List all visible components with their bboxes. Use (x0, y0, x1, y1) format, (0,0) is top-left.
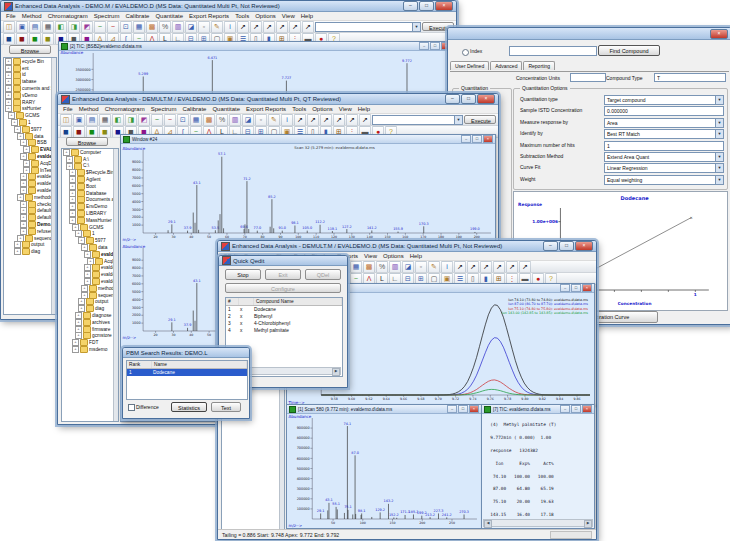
menu-item-spectrum[interactable]: Spectrum (148, 106, 180, 112)
custom-report-icon[interactable]: ▫ (415, 261, 427, 273)
chevron-down-icon[interactable]: ▼ (715, 130, 723, 138)
difference-checkbox[interactable] (128, 404, 135, 411)
maximize-icon[interactable]: □ (559, 241, 574, 251)
minimize-icon[interactable]: – (447, 405, 457, 413)
run-macro-4-icon[interactable]: ↗ (493, 261, 505, 273)
run-macro-2-icon[interactable]: ↗ (250, 21, 262, 33)
run-macro-5-icon[interactable]: ↗ (506, 261, 518, 273)
minimize-icon[interactable]: – (445, 94, 460, 104)
percent-report-icon[interactable]: % (376, 261, 388, 273)
field-input[interactable]: 1 (604, 141, 724, 151)
tree-item[interactable]: +FDT (62, 339, 118, 346)
run-macro-3-icon[interactable]: ↗ (320, 114, 332, 126)
tree-item[interactable]: +BSB (4, 140, 56, 147)
menu-item-view[interactable]: View (336, 106, 355, 112)
run-macro-3-icon[interactable]: ↗ (263, 21, 275, 33)
menu-item-view[interactable]: View (279, 13, 298, 19)
open-data-icon[interactable]: ◫ (60, 114, 72, 126)
tab-advanced[interactable]: Advanced (490, 61, 522, 70)
minimize-icon[interactable]: – (543, 241, 558, 251)
close-icon[interactable]: × (435, 1, 453, 11)
chevron-down-icon[interactable]: ▼ (715, 176, 723, 184)
tree-item[interactable]: +msdemo (62, 346, 118, 353)
child-titlebar[interactable]: [1] Scan 580 (9.772 min): evaldemo.d\dat… (287, 405, 481, 414)
run-macro-2-icon[interactable]: ↗ (307, 114, 319, 126)
compound-type-input[interactable] (654, 73, 726, 82)
close-icon[interactable]: × (582, 284, 592, 292)
run-macro-6-icon[interactable]: ↗ (302, 21, 314, 33)
execute-button[interactable]: Execute (464, 115, 496, 124)
copy-window-icon[interactable]: ⊡ (177, 114, 189, 126)
chevron-down-icon[interactable]: ▼ (715, 164, 723, 172)
table-row[interactable]: 1Dodecane (127, 369, 247, 376)
field-select[interactable]: Equal weighting▼ (604, 175, 724, 185)
maximize-icon[interactable]: □ (571, 405, 581, 413)
titlebar-b[interactable]: Enhanced Data Analysis - DEMULT.M / EVAL… (58, 94, 498, 105)
percent-report-icon[interactable]: % (216, 114, 228, 126)
view-pane-1-icon[interactable]: ◼ (60, 126, 72, 138)
field-input[interactable]: 0.000000 (604, 106, 724, 116)
info-icon[interactable]: i (224, 21, 236, 33)
run-macro-6-icon[interactable]: ↗ (519, 261, 531, 273)
menu-item-export-reports[interactable]: Export Reports (243, 106, 289, 112)
print-icon[interactable]: ▦ (42, 21, 54, 33)
quick-qedit-titlebar[interactable]: Quick Qedit (219, 256, 347, 266)
find-compound-button[interactable]: Find Compound (598, 45, 660, 56)
maximize-icon[interactable]: □ (461, 94, 476, 104)
tab-user-defined[interactable]: User Defined (450, 61, 489, 70)
close-icon[interactable]: × (469, 405, 479, 413)
menu-item-file[interactable]: File (60, 106, 76, 112)
menu-item-method[interactable]: Method (76, 106, 102, 112)
tree-item[interactable]: +sequence (4, 235, 56, 242)
maximize-icon[interactable]: □ (419, 1, 434, 11)
titlebar-c[interactable]: Enhanced Data Analysis - DEMULT.M / EVAL… (218, 241, 596, 252)
maximize-icon[interactable]: □ (458, 405, 468, 413)
scroll-right-icon[interactable]: ▶ (584, 520, 592, 528)
run-macro-1-icon[interactable]: ↗ (237, 21, 249, 33)
command-combobox[interactable]: ▼ (372, 115, 463, 125)
load-data-icon[interactable]: ◧ (112, 114, 124, 126)
child-titlebar[interactable]: [2] TIC: [BSB2]evaldemo.d\data.ms – □ × (59, 42, 453, 51)
view-pane-3-icon[interactable]: ◼ (86, 126, 98, 138)
close-icon[interactable]: × (710, 29, 728, 39)
menu-item-help[interactable]: Help (298, 13, 316, 19)
chromatogram-icon[interactable]: ~ (151, 114, 163, 126)
field-select[interactable]: Target compound▼ (604, 95, 724, 105)
column-header[interactable]: Name (152, 361, 247, 368)
find-compound-input[interactable] (509, 46, 597, 56)
field-select[interactable]: Best RT Match▼ (604, 129, 724, 139)
tree-item[interactable]: +evaldemo3.d (4, 187, 56, 194)
library-search-icon[interactable]: ▥ (389, 261, 401, 273)
tree-item[interactable]: +gcmstore (62, 333, 118, 340)
menu-item-tools[interactable]: Tools (289, 106, 309, 112)
maximize-icon[interactable]: □ (430, 42, 440, 50)
chevron-down-icon[interactable]: ▼ (412, 23, 420, 31)
percent-report-icon[interactable]: % (159, 21, 171, 33)
column-header[interactable]: Compound Name (254, 298, 342, 305)
tree-scrollbar[interactable] (113, 149, 118, 421)
scroll-right-icon[interactable]: ▶ (332, 368, 340, 376)
run-macro-4-icon[interactable]: ↗ (276, 21, 288, 33)
tabulate-icon[interactable]: ▦ (190, 114, 202, 126)
open-method-icon[interactable]: ▣ (16, 21, 28, 33)
overlay-icon[interactable]: ◩ (138, 114, 150, 126)
menu-item-calibrate[interactable]: Calibrate (179, 106, 209, 112)
tree-expand-icon[interactable]: + (72, 346, 79, 353)
annotate-icon[interactable]: ✎ (268, 114, 280, 126)
table-row[interactable]: 2xBiphenyl (226, 313, 342, 320)
menu-item-help[interactable]: Help (355, 106, 373, 112)
index-radio[interactable] (462, 49, 469, 56)
chromatogram-icon[interactable]: ~ (94, 21, 106, 33)
titlebar-a[interactable]: Enhanced Data Analysis - DEMO.M / EVALDE… (1, 1, 456, 12)
child-titlebar[interactable]: Window #24 – □ × (121, 135, 495, 144)
field-select[interactable]: Area▼ (604, 118, 724, 128)
tree-item[interactable]: +methods (4, 194, 56, 201)
tree-item[interactable]: +diag (4, 248, 56, 255)
view-pane-2-icon[interactable]: ◼ (16, 33, 28, 45)
tab-reporting[interactable]: Reporting (523, 61, 555, 70)
table-row[interactable]: 4xMethyl palmitate (226, 327, 342, 334)
minimize-icon[interactable]: – (560, 405, 570, 413)
spectrum-icon[interactable]: ~ (164, 114, 176, 126)
scan32-spectrum-plot[interactable]: 1000200030004000500060007000800090002030… (121, 144, 495, 242)
minimize-icon[interactable]: – (403, 1, 418, 11)
